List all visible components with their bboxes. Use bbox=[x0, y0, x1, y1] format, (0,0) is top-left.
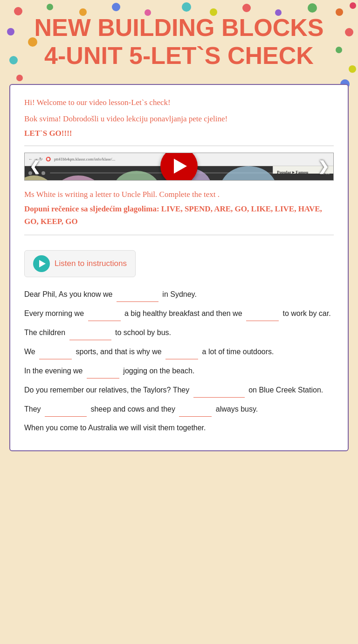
listen-label: Listen to instructions bbox=[55, 259, 127, 268]
listen-instructions-button[interactable]: Listen to instructions bbox=[24, 250, 136, 277]
sentence-2: Every morning we a big healthy breakfast… bbox=[24, 306, 334, 321]
sentence-5: In the evening we jogging on the beach. bbox=[24, 363, 334, 378]
main-card: Hi! Welcome to our video lesson-Let`s ch… bbox=[9, 84, 349, 451]
sentence-4: We sports, and that is why we a lot of t… bbox=[24, 344, 334, 359]
task-line1: Ms White is writing a letter to Uncle Ph… bbox=[24, 188, 334, 201]
blank-10[interactable] bbox=[179, 401, 212, 417]
sentence-2-after: a big healthy breakfast and then we bbox=[124, 309, 244, 317]
video-next-button[interactable]: ❯ bbox=[318, 158, 329, 174]
blank-1[interactable] bbox=[117, 287, 158, 302]
header: NEW BUILDING BLOCKS 4-UNIT 5-LET`S CHECK bbox=[0, 0, 358, 79]
sentence-4-mid: sports, and that is why we bbox=[76, 348, 164, 356]
sentence-1: Dear Phil, As you know we in Sydney. bbox=[24, 287, 334, 302]
toolbar-dot-3 bbox=[41, 171, 45, 175]
blank-5[interactable] bbox=[39, 344, 72, 359]
sentence-5-after: jogging on the beach. bbox=[123, 367, 194, 375]
divider-1 bbox=[24, 146, 334, 146]
sentence-5-before: In the evening we bbox=[24, 367, 85, 375]
sentence-2-before: Every morning we bbox=[24, 309, 86, 317]
fill-blanks-area: Dear Phil, As you know we in Sydney. Eve… bbox=[24, 287, 334, 435]
sentence-6: Do you remember our relatives, the Taylo… bbox=[24, 382, 334, 398]
sentence-3-before: The children bbox=[24, 329, 68, 336]
sentence-1-after: in Sydney. bbox=[162, 290, 197, 298]
blank-2[interactable] bbox=[88, 306, 121, 321]
page-title: NEW BUILDING BLOCKS 4-UNIT 5-LET`S CHECK bbox=[28, 14, 330, 70]
video-player[interactable]: ← → ↻ ⭕ ptt41bb4qm.klassr.com/info/klase… bbox=[24, 153, 334, 181]
blank-3[interactable] bbox=[246, 306, 279, 321]
sentence-7-before: They bbox=[24, 405, 43, 413]
sentence-6-before: Do you remember our relatives, the Taylo… bbox=[24, 386, 192, 394]
sentence-6-after: on Blue Creek Station. bbox=[248, 386, 323, 394]
blank-4[interactable] bbox=[69, 325, 111, 340]
blank-8[interactable] bbox=[193, 382, 245, 398]
sentence-4-before: We bbox=[24, 348, 37, 356]
sentence-7-after: always busy. bbox=[216, 405, 258, 413]
sentence-8: When you come to Australia we will visit… bbox=[24, 420, 334, 435]
blank-6[interactable] bbox=[165, 344, 198, 359]
sentence-2-end: to work by car. bbox=[282, 309, 330, 317]
sentence-3: The children to school by bus. bbox=[24, 325, 334, 340]
welcome-line3: LET`S GO!!!! bbox=[24, 129, 334, 138]
task-line2: Dopuni rečenice sa sljedećim glagolima: … bbox=[24, 203, 334, 228]
sentence-4-after: a lot of time outdoors. bbox=[202, 348, 274, 356]
video-prev-button[interactable]: ❮ bbox=[29, 158, 40, 174]
divider-2 bbox=[24, 235, 334, 235]
welcome-line1: Hi! Welcome to our video lesson-Let`s ch… bbox=[24, 96, 334, 109]
sentence-7-mid: sheep and cows and they bbox=[90, 405, 177, 413]
sentence-7: They sheep and cows and they always busy… bbox=[24, 401, 334, 417]
sentence-1-before: Dear Phil, As you know we bbox=[24, 290, 115, 298]
sentence-8-text: When you come to Australia we will visit… bbox=[24, 424, 206, 432]
blank-9[interactable] bbox=[45, 401, 87, 417]
blank-7[interactable] bbox=[87, 363, 119, 378]
video-play-button[interactable] bbox=[160, 153, 198, 181]
welcome-line2: Bok svima! Dobrodošli u video lekciju po… bbox=[24, 112, 334, 125]
play-icon bbox=[33, 255, 50, 272]
sentence-3-after: to school by bus. bbox=[115, 329, 171, 336]
